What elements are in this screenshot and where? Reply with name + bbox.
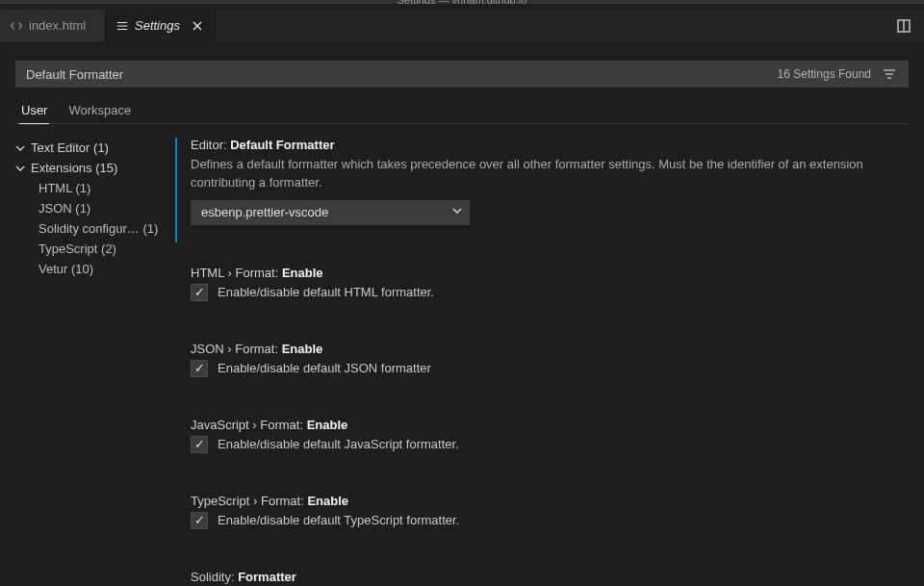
toc-group-extensions[interactable]: Extensions (15) (15, 158, 173, 178)
code-icon (10, 19, 23, 33)
checkbox[interactable] (191, 360, 208, 377)
settings-toc: Text Editor (1) Extensions (15) HTML (1)… (15, 138, 173, 586)
toc-label: Extensions (15) (31, 161, 117, 175)
setting-title: Solidity: Formatter (191, 570, 909, 584)
split-editor-icon[interactable] (893, 15, 914, 37)
checkbox-label: Enable/disable default TypeScript format… (218, 513, 459, 527)
checkbox-label: Enable/disable default JSON formatter (218, 361, 431, 375)
setting-json-format-enable: JSON › Format: Enable Enable/disable def… (175, 336, 909, 395)
setting-title: HTML › Format: Enable (191, 266, 909, 280)
tab-settings[interactable]: Settings (106, 10, 216, 41)
settings-details: Editor: Default Formatter Defines a defa… (173, 138, 909, 586)
setting-typescript-format-enable: TypeScript › Format: Enable Enable/disab… (175, 488, 909, 547)
toc-leaf-json[interactable]: JSON (1) (15, 198, 173, 218)
setting-description: Defines a default formatter which takes … (191, 156, 864, 192)
scope-tab-user[interactable]: User (19, 97, 49, 124)
settings-editor: 16 Settings Found User Workspace Text Ed… (0, 41, 924, 586)
default-formatter-dropdown[interactable]: esbenp.prettier-vscode (191, 200, 470, 225)
chevron-down-icon (451, 205, 463, 219)
setting-title: JSON › Format: Enable (191, 342, 909, 356)
checkbox[interactable] (191, 436, 208, 453)
setting-javascript-format-enable: JavaScript › Format: Enable Enable/disab… (175, 412, 909, 471)
scope-tabs: User Workspace (15, 97, 909, 124)
settings-search[interactable]: 16 Settings Found (15, 61, 909, 88)
checkbox-label: Enable/disable default JavaScript format… (218, 437, 459, 451)
tab-label: Settings (135, 18, 180, 33)
settings-search-input[interactable] (26, 67, 778, 82)
toc-label: Text Editor (1) (31, 140, 109, 155)
setting-solidity-formatter: Solidity: Formatter Enables / disables t… (175, 564, 909, 586)
toc-leaf-vetur[interactable]: Vetur (10) (15, 259, 173, 279)
setting-title: TypeScript › Format: Enable (191, 494, 909, 508)
filter-icon[interactable] (879, 64, 900, 85)
window-title: Settings — vnnam.github.io (398, 0, 527, 4)
setting-editor-default-formatter: Editor: Default Formatter Defines a defa… (175, 138, 909, 242)
setting-title: JavaScript › Format: Enable (191, 418, 909, 432)
scope-tab-workspace[interactable]: Workspace (66, 97, 133, 124)
toc-leaf-solidity[interactable]: Solidity configur… (1) (15, 218, 173, 239)
tab-actions (893, 10, 924, 41)
settings-list-icon (116, 19, 129, 33)
results-count: 16 Settings Found (778, 67, 871, 81)
window-title-bar: Settings — vnnam.github.io (0, 0, 924, 4)
checkbox-label: Enable/disable default HTML formatter. (218, 285, 434, 299)
toc-group-text-editor[interactable]: Text Editor (1) (15, 138, 173, 158)
toc-leaf-typescript[interactable]: TypeScript (2) (15, 239, 173, 259)
toc-leaf-html[interactable]: HTML (1) (15, 178, 173, 198)
tab-bar: index.html Settings (0, 10, 924, 41)
checkbox[interactable] (191, 512, 208, 529)
tab-label: index.html (29, 18, 86, 33)
setting-title: Editor: Default Formatter (191, 138, 909, 152)
close-icon[interactable] (190, 18, 205, 34)
setting-html-format-enable: HTML › Format: Enable Enable/disable def… (175, 260, 909, 318)
chevron-down-icon (15, 164, 27, 173)
checkbox[interactable] (191, 284, 208, 301)
tab-index-html[interactable]: index.html (0, 10, 106, 41)
dropdown-value: esbenp.prettier-vscode (201, 205, 451, 219)
chevron-down-icon (15, 143, 27, 153)
